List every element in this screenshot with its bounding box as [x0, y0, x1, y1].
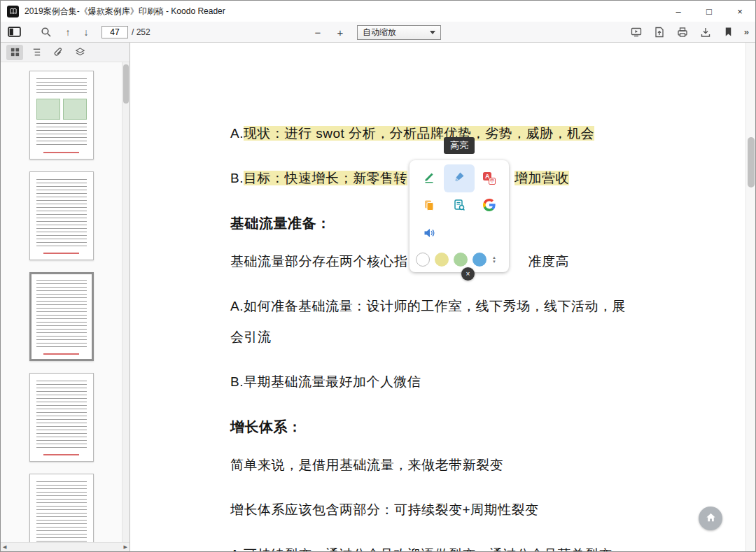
google-search-button[interactable]	[475, 192, 505, 220]
search-button[interactable]	[38, 24, 54, 40]
text-to-speech-icon	[423, 227, 435, 242]
toolbar-right-group: »	[629, 24, 755, 40]
highlight-button[interactable]	[444, 164, 474, 192]
document-paragraph: B.早期基础流量最好加个人微信	[230, 367, 635, 397]
toolbar-left-group: ↑ ↓ / 252	[1, 24, 150, 40]
highlight-tooltip: 高亮	[444, 137, 475, 154]
document-content: A.现状：进行 swot 分析，分析品牌优势，劣势，威胁，机会B.目标：快速增长…	[130, 43, 755, 551]
text-run: A.如何准备基础流量：设计师的工作室，线下秀场，线下活动，展会引流	[230, 299, 626, 344]
highlighted-text: 现状：进行 swot 分析，分析品牌优势，劣势，威胁，机会	[244, 126, 594, 141]
text-run: 增长体系：	[230, 419, 302, 434]
highlight-color-row: ▲ ▼	[414, 248, 505, 269]
translate-icon: A 中	[483, 172, 496, 185]
text-run: B.	[230, 171, 244, 185]
pen-annotation-icon	[423, 171, 435, 186]
page-thumbnail[interactable]	[29, 373, 94, 462]
text-run: 基础流量准备：	[230, 215, 331, 231]
zoom-select-value: 自动缩放	[363, 27, 396, 38]
more-tools-button[interactable]: »	[744, 27, 749, 37]
open-file-button[interactable]	[652, 24, 667, 40]
pen-annotation-button[interactable]	[414, 164, 444, 192]
page-number-input[interactable]	[102, 26, 128, 38]
outline-tab[interactable]	[28, 45, 45, 60]
sidebar-content	[1, 62, 130, 542]
copy-button[interactable]	[414, 192, 444, 220]
translate-button[interactable]: A 中	[475, 164, 505, 192]
scroll-left-icon[interactable]: ◀	[3, 544, 6, 550]
home-button[interactable]	[699, 507, 722, 530]
page-thumbnail[interactable]	[29, 71, 94, 160]
layers-tab[interactable]	[71, 45, 88, 60]
sidebar-horizontal-scrollbar[interactable]: ◀ ▶	[1, 542, 130, 551]
annotation-popup: A 中	[410, 160, 509, 272]
app-logo-icon	[7, 6, 19, 17]
page-count-label: / 252	[132, 27, 150, 37]
highlight-marker-icon	[453, 171, 465, 186]
scrollbar-thumb[interactable]	[123, 64, 129, 104]
zoom-in-button[interactable]: +	[333, 27, 347, 38]
text-run: B.早期基础流量最好加个人微信	[230, 374, 421, 389]
text-run: A.可持续裂变：通过公众号欢迎语做裂变；通过公众号菜单裂变；	[230, 547, 626, 551]
zoom-out-button[interactable]: −	[311, 27, 325, 38]
text-run: A.	[230, 126, 244, 141]
page-thumbnail[interactable]	[29, 272, 94, 361]
search-in-document-icon	[453, 199, 465, 214]
page-thumbnail[interactable]	[29, 171, 94, 260]
spinner-down-icon[interactable]: ▼	[492, 260, 496, 264]
copy-icon	[423, 199, 435, 214]
sidebar-vertical-scrollbar[interactable]	[122, 62, 130, 542]
maximize-button[interactable]: □	[694, 1, 724, 22]
thumbnails-tab[interactable]	[6, 45, 23, 60]
speech-button[interactable]	[414, 220, 444, 248]
scroll-right-icon[interactable]: ▶	[124, 544, 127, 550]
highlight-color-swatch[interactable]	[416, 253, 430, 267]
content-row: ◀ ▶ A.现状：进行 swot 分析，分析品牌优势，劣势，威胁，机会B.目标：…	[1, 43, 755, 551]
text-run: 准度高	[528, 254, 570, 269]
highlight-color-swatch[interactable]	[435, 253, 449, 267]
attachments-tab[interactable]	[50, 45, 66, 60]
text-run: 简单来说，是借用基础流量，来做老带新裂变	[230, 458, 503, 472]
document-paragraph: A.如何准备基础流量：设计师的工作室，线下秀场，线下活动，展会引流	[230, 291, 635, 353]
close-button[interactable]: ×	[724, 1, 755, 22]
document-paragraph: 简单来说，是借用基础流量，来做老带新裂变	[230, 450, 635, 481]
translate-cjk-glyph: 中	[489, 178, 496, 185]
chevron-down-icon	[430, 31, 435, 34]
scrollbar-thumb[interactable]	[748, 137, 755, 187]
sidebar: ◀ ▶	[1, 43, 130, 551]
document-paragraph: A.现状：进行 swot 分析，分析品牌优势，劣势，威胁，机会	[230, 118, 635, 149]
annotation-tool-grid: A 中	[414, 164, 505, 248]
page-thumbnail[interactable]	[29, 474, 94, 542]
window-title: 2019案例合集-《爆款案例库》印刷稿 - Koodo Reader	[24, 6, 663, 17]
color-spinner[interactable]: ▲ ▼	[492, 255, 496, 264]
document-paragraph: 增长体系应该包含两部分：可持续裂变+周期性裂变	[230, 495, 635, 525]
previous-page-button[interactable]: ↑	[61, 27, 75, 38]
main-vertical-scrollbar[interactable]	[746, 43, 755, 551]
highlight-color-swatch[interactable]	[454, 253, 468, 267]
home-icon	[705, 511, 717, 526]
bookmark-button[interactable]	[721, 24, 736, 40]
highlight-color-swatch[interactable]	[472, 253, 486, 267]
titlebar: 2019案例合集-《爆款案例库》印刷稿 - Koodo Reader – □ ×	[1, 1, 755, 22]
minimize-button[interactable]: –	[663, 1, 694, 22]
google-search-icon	[483, 199, 496, 214]
print-button[interactable]	[675, 24, 690, 40]
pdf-toolbar: ↑ ↓ / 252 − + 自动缩放	[1, 22, 755, 43]
download-button[interactable]	[698, 24, 713, 40]
zoom-select[interactable]: 自动缩放	[357, 25, 441, 40]
sidebar-toggle-button[interactable]	[6, 24, 22, 40]
highlighted-text: 增加营收	[514, 171, 569, 185]
thumbnail-list	[1, 62, 122, 542]
toolbar-zoom-group: − + 自动缩放	[311, 22, 441, 43]
text-run: 基础流量部分存在两个核心指	[230, 254, 408, 269]
document-paragraph: A.可持续裂变：通过公众号欢迎语做裂变；通过公众号菜单裂变；	[230, 539, 635, 551]
presentation-mode-button[interactable]	[629, 24, 644, 40]
document-viewer: A.现状：进行 swot 分析，分析品牌优势，劣势，威胁，机会B.目标：快速增长…	[130, 43, 755, 551]
sidebar-tabs	[1, 43, 130, 62]
popup-close-button[interactable]: ×	[461, 267, 475, 281]
next-page-button[interactable]: ↓	[79, 27, 93, 38]
app-window: 2019案例合集-《爆款案例库》印刷稿 - Koodo Reader – □ ×…	[0, 0, 756, 552]
search-in-doc-button[interactable]	[444, 192, 474, 220]
highlighted-text: 目标：快速增长；新零售转	[244, 171, 407, 185]
document-heading: 增长体系：	[230, 411, 635, 442]
text-run: 增长体系应该包含两部分：可持续裂变+周期性裂变	[230, 502, 539, 517]
